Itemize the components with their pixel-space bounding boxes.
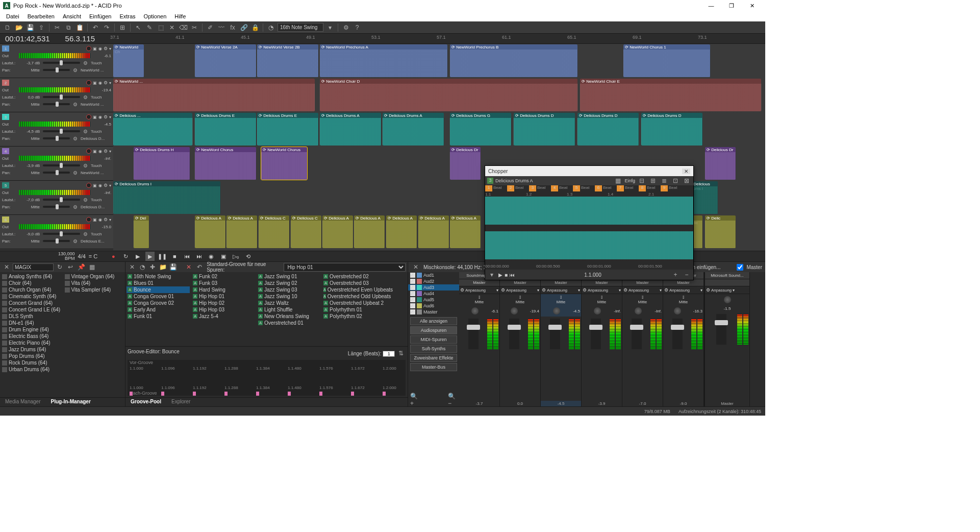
track-mute-icon[interactable]: ◉ bbox=[98, 46, 102, 51]
audio-clip[interactable]: ⟳ Delicious Drums E bbox=[195, 113, 256, 146]
stop-button[interactable]: ■ bbox=[170, 252, 179, 261]
groove-item[interactable]: AOverstretched 01 bbox=[257, 320, 320, 326]
audio-clip[interactable]: ⟳ Delicious C bbox=[259, 215, 289, 248]
groove-marker[interactable] bbox=[351, 392, 354, 396]
gear-icon[interactable]: ⚙ bbox=[73, 238, 78, 244]
play-button[interactable]: ▶ bbox=[145, 252, 155, 261]
pan-knob[interactable] bbox=[511, 307, 518, 315]
audio-clip[interactable]: ⟳ Delicious Drums D bbox=[577, 113, 639, 146]
audio-clip[interactable]: ⟳ NewWorld Prechorus A bbox=[320, 44, 447, 77]
audio-clip[interactable]: ⟳ Delicious Drums D bbox=[641, 113, 702, 146]
menu-ansicht[interactable]: Ansicht bbox=[59, 12, 85, 20]
chopper-titlebar[interactable]: Chopper ✕ bbox=[485, 166, 693, 176]
mixer-filter-button[interactable]: Audiospuren bbox=[410, 326, 457, 334]
fx-select[interactable]: ⚙Anpassung ▾ bbox=[500, 286, 540, 294]
groove-icon[interactable]: ◔ bbox=[138, 262, 146, 272]
view-icon[interactable]: ▦ bbox=[87, 262, 96, 272]
pointer-tool-icon[interactable]: ↖ bbox=[134, 23, 143, 32]
record-arm-icon[interactable] bbox=[86, 183, 91, 188]
gear-icon[interactable]: ⚙ bbox=[104, 46, 108, 51]
draw-tool-icon[interactable]: ✎ bbox=[145, 23, 154, 32]
clip-name[interactable]: NewWorld ... bbox=[81, 102, 111, 107]
record-arm-icon[interactable] bbox=[86, 114, 91, 119]
chopper-stop-button[interactable]: ■ bbox=[505, 272, 508, 278]
groove-item[interactable]: AOverstretched Odd Upbeats bbox=[322, 293, 386, 300]
gear-icon[interactable]: ⚙ bbox=[83, 129, 88, 134]
fx-select[interactable]: ⚙Anpassung ▾ bbox=[541, 286, 581, 294]
volume-fader[interactable] bbox=[591, 319, 601, 349]
master-checkbox[interactable] bbox=[737, 264, 743, 271]
pan-knob[interactable] bbox=[553, 307, 560, 315]
gear-icon[interactable]: ⚙ bbox=[73, 102, 78, 107]
key-display[interactable]: = C bbox=[89, 253, 97, 259]
chopper-gostart-button[interactable]: ⏮ bbox=[510, 272, 515, 278]
gear-icon[interactable]: ⚙ bbox=[104, 80, 108, 85]
audio-clip[interactable]: ⟳ Delicious A bbox=[450, 215, 481, 248]
plugin-item[interactable]: Electric Bass (64) bbox=[1, 333, 62, 340]
mixer-track-item[interactable]: ✓Aud4 bbox=[408, 291, 459, 297]
audio-clip[interactable]: ⟳ Delicious A bbox=[195, 215, 225, 248]
audio-clip[interactable]: ⟳ Delic bbox=[705, 215, 736, 248]
gear-icon[interactable]: ⚙ bbox=[73, 136, 78, 141]
undo-icon[interactable]: ↶ bbox=[195, 262, 204, 272]
groove-item[interactable]: AOverstretched 02 bbox=[322, 273, 386, 280]
help-icon[interactable]: ? bbox=[353, 23, 362, 32]
plugin-item[interactable]: Electric Piano (64) bbox=[1, 340, 62, 346]
clip-name[interactable]: Delicious E... bbox=[81, 239, 111, 244]
track-mute-icon[interactable]: ◉ bbox=[98, 149, 102, 154]
groove-default-select[interactable]: Hip Hop 01 bbox=[284, 263, 406, 272]
close-panel-icon[interactable]: ✕ bbox=[2, 262, 11, 272]
pan-knob[interactable] bbox=[471, 307, 479, 315]
mixer-filter-button[interactable]: MIDI-Spuren bbox=[410, 335, 457, 344]
tool5-icon[interactable]: ⊠ bbox=[682, 176, 691, 185]
audio-clip[interactable]: ⟳ NewWorld Prechorus B bbox=[450, 44, 577, 77]
groove-item[interactable]: AJazz Waltz bbox=[257, 300, 320, 306]
groove-marker[interactable] bbox=[288, 392, 291, 396]
beat-marker[interactable]: 1 bbox=[485, 185, 492, 191]
minimize-button[interactable]: — bbox=[701, 0, 721, 11]
track-mute-icon[interactable]: ◉ bbox=[98, 81, 102, 85]
groove-item[interactable]: AHip Hop 03 bbox=[192, 306, 255, 313]
add-icon[interactable]: ✚ bbox=[148, 262, 157, 272]
groove-marker[interactable] bbox=[383, 392, 386, 396]
pencil-icon[interactable]: ✐ bbox=[206, 23, 215, 32]
gear-icon[interactable]: ⚙ bbox=[83, 197, 88, 203]
envelope-icon[interactable]: 〰 bbox=[217, 23, 226, 32]
beat-marker[interactable]: 8 bbox=[639, 185, 646, 191]
track-number[interactable]: 2 bbox=[2, 80, 9, 86]
tool4-icon[interactable]: ⊡ bbox=[671, 176, 680, 185]
pan-slider[interactable] bbox=[43, 240, 70, 242]
dropdown-icon[interactable]: ▾ bbox=[109, 46, 111, 51]
bus-select[interactable]: Master bbox=[541, 279, 581, 286]
close-button[interactable]: ✕ bbox=[742, 0, 762, 11]
groove-marker[interactable] bbox=[161, 392, 164, 396]
track-number[interactable]: 3 bbox=[2, 114, 9, 120]
save-icon[interactable]: 💾 bbox=[26, 23, 35, 32]
beat-marker[interactable]: 5 bbox=[573, 185, 580, 191]
track-number[interactable]: 1 bbox=[2, 45, 9, 52]
automation-mode[interactable]: Touch bbox=[91, 163, 111, 168]
groove-item[interactable]: ALight Shuffle bbox=[257, 306, 320, 313]
groove-item[interactable]: ABounce bbox=[127, 286, 190, 293]
close-panel-icon[interactable]: ✕ bbox=[411, 262, 420, 272]
checkbox-icon[interactable]: ✓ bbox=[410, 285, 415, 290]
checkbox-icon[interactable]: ✓ bbox=[410, 279, 415, 284]
gear-icon[interactable]: ⚙ bbox=[104, 183, 108, 188]
groove-item[interactable]: AFunk 03 bbox=[192, 280, 255, 286]
automation-mode[interactable]: Touch bbox=[91, 198, 111, 202]
loop-button[interactable]: ↻ bbox=[121, 252, 130, 261]
track-number[interactable]: 5 bbox=[2, 182, 9, 188]
groove-item[interactable]: APolyrhythm 02 bbox=[322, 313, 386, 320]
audio-clip[interactable]: ⟳ Delicious Drums A bbox=[320, 113, 381, 146]
bus-select[interactable]: Master bbox=[622, 279, 663, 286]
mixer-track-item[interactable]: ✓Aud5 bbox=[408, 297, 459, 303]
plugin-item[interactable]: Vita Sampler (64) bbox=[64, 286, 124, 293]
mixer-track-item[interactable]: ✓Aud6 bbox=[408, 303, 459, 309]
record-arm-icon[interactable] bbox=[86, 217, 91, 222]
plugin-item[interactable]: Vintage Organ (64) bbox=[64, 273, 124, 280]
audio-clip[interactable]: ⟳ Delicious Drums G bbox=[450, 113, 511, 146]
groove-ruler[interactable]: Vor-Groove Nach-Groove 1.1.0001.1.0001.1… bbox=[128, 360, 406, 396]
dropdown-icon[interactable]: ▾ bbox=[109, 81, 111, 85]
vol-slider[interactable] bbox=[43, 164, 80, 166]
split-tool-icon[interactable]: ✂ bbox=[190, 23, 199, 32]
